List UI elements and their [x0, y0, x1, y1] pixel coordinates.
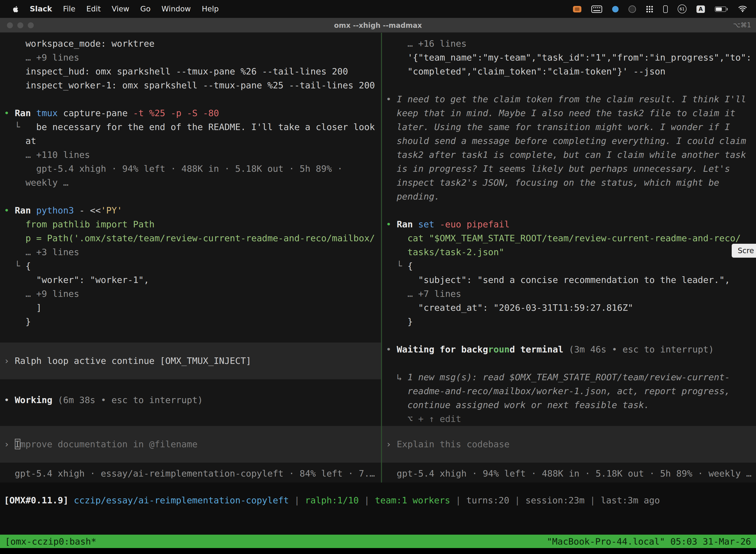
terminal-line: … +110 lines — [0, 148, 381, 162]
terminal-line: ] — [0, 301, 381, 315]
terminal-line: • Ran tmux capture-pane -t %25 -p -S -80 — [0, 106, 381, 120]
minimize-button[interactable] — [17, 22, 23, 28]
menubar-menus: FileEditViewGoWindowHelp — [58, 4, 224, 13]
terminal-line: inspect task2's JSON, focusing on the st… — [382, 176, 756, 189]
screenshot-overlay[interactable]: Scre — [732, 244, 756, 258]
terminal-line: p = Path('.omx/state/team/review-current… — [0, 231, 381, 245]
terminal-line: cat "$OMX_TEAM_STATE_ROOT/team/review-cu… — [382, 231, 756, 245]
window-shortcut-hint: ⌥⌘1 — [733, 21, 751, 29]
apple-icon — [12, 5, 19, 13]
device-icon[interactable] — [663, 5, 668, 13]
left-terminal-pane[interactable]: workspace_mode: worktree … +9 lines insp… — [0, 33, 381, 483]
menubar-left: Slack FileEditViewGoWindowHelp — [7, 4, 224, 13]
ralph-loop-input[interactable]: › Ralph loop active continue [OMX_TMUX_I… — [0, 342, 381, 379]
menu-file[interactable]: File — [58, 4, 81, 13]
battery-icon[interactable] — [715, 6, 726, 12]
keyboard-icon[interactable] — [591, 5, 602, 13]
terminal-line: task2 after task1 is complete, but can I… — [382, 148, 756, 162]
terminal-line: pending. — [382, 189, 756, 204]
left-pane-status-line: gpt-5.4 xhigh · essay/ai-reimplementatio… — [0, 466, 381, 481]
terminal-line: ⌥ + ↑ edit — [382, 412, 756, 426]
omx-footer: [OMX#0.11.9] cczip/essay/ai-reimplementa… — [0, 483, 756, 535]
right-terminal-pane[interactable]: … +16 lines '{"team_name":"my-team","tas… — [382, 33, 756, 483]
terminal-line: keep that in mind. Maybe I also need the… — [382, 106, 756, 120]
terminal-line — [382, 329, 756, 342]
omx-status-line: [OMX#0.11.9] cczip/essay/ai-reimplementa… — [4, 493, 756, 507]
terminal-area: workspace_mode: worktree … +9 lines insp… — [0, 33, 756, 483]
app-circle-icon[interactable] — [629, 5, 636, 13]
terminal-line: • I need to get the claim token from the… — [382, 92, 756, 106]
terminal-line — [0, 407, 381, 421]
battery-tip — [727, 8, 728, 10]
terminal-line: workspace_mode: worktree — [0, 37, 381, 51]
terminal-line: … +7 lines — [382, 287, 756, 301]
screen-recording-indicator-icon[interactable] — [573, 6, 581, 12]
terminal-line: gpt-5.4 xhigh · 94% left · 488K in · 5.1… — [0, 162, 381, 176]
terminal-line: • Working (6m 38s • esc to interrupt) — [0, 393, 381, 407]
window-title: omx --xhigh --madmax — [0, 21, 756, 29]
terminal-line: should send a message before completing … — [382, 134, 756, 148]
tmux-status-bar: [omx-cczip0:bash* "MacBook-Pro-44.local"… — [0, 535, 756, 548]
terminal-line: … +16 lines — [382, 37, 756, 51]
terminal-line — [0, 92, 381, 106]
traffic-lights — [7, 22, 34, 28]
terminal-line: continue assigned work or next feasible … — [382, 398, 756, 412]
menu-view[interactable]: View — [106, 4, 135, 13]
terminal-line: at — [0, 134, 381, 148]
menu-go[interactable]: Go — [135, 4, 156, 13]
right-pane-status-line: gpt-5.4 xhigh · 94% left · 488K in · 5.1… — [382, 466, 756, 481]
menubar-status-icons: 61 A — [573, 4, 749, 13]
terminal-line — [0, 329, 381, 342]
terminal-line: • Ran set -euo pipefail — [382, 217, 756, 231]
menu-help[interactable]: Help — [196, 4, 224, 13]
explain-codebase-prompt[interactable]: › Explain this codebase — [382, 426, 756, 463]
terminal-line: is in progress? It seems likely but perh… — [382, 162, 756, 176]
terminal-line: } — [382, 315, 756, 329]
tmux-host-clock: "MacBook-Pro-44.local" 05:03 31-Mar-26 — [547, 536, 751, 547]
macos-menubar: Slack FileEditViewGoWindowHelp 61 A — [0, 0, 756, 18]
terminal-line: … +3 lines — [0, 245, 381, 259]
terminal-line: "subject": "send a concise recommendatio… — [382, 273, 756, 287]
terminal-line — [0, 379, 381, 393]
terminal-line: } — [0, 315, 381, 329]
battery-fill — [716, 7, 722, 11]
terminal-line: from pathlib import Path — [0, 217, 381, 231]
terminal-line: "worker": "worker-1", — [0, 273, 381, 287]
terminal-line: └ { — [382, 259, 756, 273]
input-source-icon[interactable]: A — [696, 5, 705, 13]
terminal-line: weekly … — [0, 176, 381, 189]
terminal-line: └ { — [0, 259, 381, 273]
active-app-name[interactable]: Slack — [24, 4, 58, 13]
terminal-line: inspect_hud: omx sparkshell --tmux-pane … — [0, 64, 381, 78]
tmux-session-info: [omx-cczip0:bash* — [5, 536, 96, 547]
window-titlebar[interactable]: omx --xhigh --madmax ⌥⌘1 — [0, 18, 756, 33]
menu-edit[interactable]: Edit — [81, 4, 106, 13]
terminal-line: └ be necessary for the end of the README… — [0, 120, 381, 134]
terminal-line: … +9 lines — [0, 51, 381, 64]
terminal-line — [382, 356, 756, 370]
dots-grid-icon[interactable] — [646, 5, 653, 13]
apple-menu[interactable] — [7, 5, 24, 13]
menu-window[interactable]: Window — [156, 4, 196, 13]
terminal-line: • Ran python3 - <<'PY' — [0, 204, 381, 217]
terminal-line: inspect_worker-1: omx sparkshell --tmux-… — [0, 78, 381, 92]
terminal-line: '{"team_name":"my-team","task_id":"1","f… — [382, 51, 756, 64]
terminal-line: "created_at": "2026-03-31T11:59:27.816Z" — [382, 301, 756, 315]
improve-documentation-prompt[interactable]: › Improve documentation in @filename — [0, 426, 381, 463]
terminal-line: • Waiting for background terminal (3m 46… — [382, 342, 756, 356]
droplet-icon[interactable] — [612, 6, 619, 12]
terminal-line — [382, 78, 756, 92]
terminal-line: tasks/task-2.json" — [382, 245, 756, 259]
wifi-icon[interactable] — [738, 5, 747, 12]
battery-gauge-icon[interactable]: 61 — [678, 4, 687, 13]
zoom-button[interactable] — [28, 22, 34, 28]
terminal-line: … +9 lines — [0, 287, 381, 301]
bottom-strip — [0, 548, 756, 554]
terminal-line: later. Using the same for transition mig… — [382, 120, 756, 134]
close-button[interactable] — [7, 22, 13, 28]
terminal-line: ↳ 1 new msg(s): read $OMX_TEAM_STATE_ROO… — [382, 370, 756, 384]
terminal-line: "completed","claim_token":"claim-token"}… — [382, 64, 756, 78]
screen: Slack FileEditViewGoWindowHelp 61 A omx … — [0, 0, 756, 554]
terminal-line — [0, 189, 381, 204]
terminal-line — [382, 204, 756, 217]
